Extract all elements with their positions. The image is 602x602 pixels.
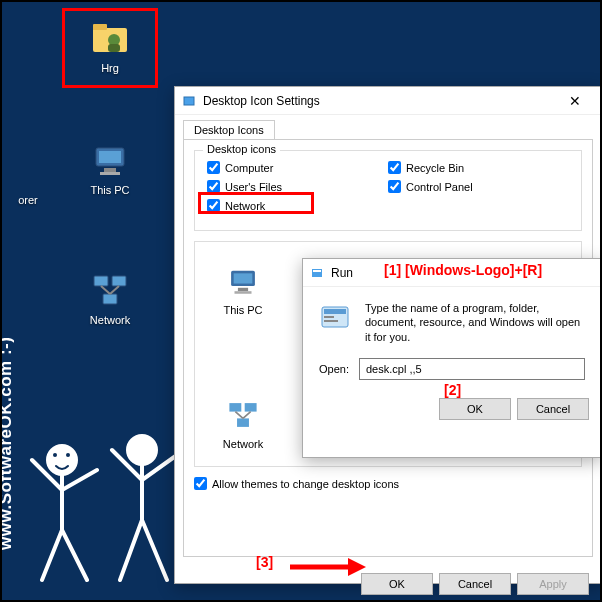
desktop-icon-network[interactable]: Network: [78, 268, 142, 326]
check-computer[interactable]: Computer: [207, 161, 388, 174]
check-network[interactable]: Network: [207, 199, 388, 212]
run-body: Type the name of a program, folder, docu…: [303, 287, 601, 390]
check-label: Allow themes to change desktop icons: [212, 478, 399, 490]
svg-rect-3: [108, 44, 120, 52]
desktop-icon-label: This PC: [78, 184, 142, 196]
ok-button[interactable]: OK: [439, 398, 511, 420]
svg-rect-19: [235, 291, 252, 294]
desktop-icon-hrg[interactable]: Hrg: [78, 16, 142, 74]
desktop-icon-thispc[interactable]: This PC: [78, 138, 142, 196]
run-icon: [309, 265, 325, 281]
svg-rect-17: [234, 273, 253, 283]
run-dialog: Run Type the name of a program, folder, …: [302, 258, 602, 458]
checkbox[interactable]: [207, 180, 220, 193]
run-button-row: OK Cancel: [303, 390, 601, 428]
checkbox[interactable]: [388, 161, 401, 174]
check-label: Computer: [225, 162, 273, 174]
checkbox[interactable]: [388, 180, 401, 193]
check-control-panel[interactable]: Control Panel: [388, 180, 569, 193]
icon-cell-thispc[interactable]: This PC: [213, 262, 273, 316]
dialog-button-row: OK Cancel Apply: [175, 565, 601, 602]
run-large-icon: [319, 301, 353, 338]
svg-rect-15: [184, 97, 194, 105]
svg-point-14: [66, 453, 70, 457]
open-input[interactable]: [359, 358, 585, 380]
svg-point-13: [53, 453, 57, 457]
check-recycle[interactable]: Recycle Bin: [388, 161, 569, 174]
svg-rect-6: [104, 168, 116, 172]
titlebar[interactable]: Desktop Icon Settings ✕: [175, 87, 601, 115]
watermark-text: www.SoftwareOK.com :-): [0, 337, 16, 550]
close-button[interactable]: ✕: [555, 89, 595, 113]
folder-user-icon: [88, 16, 132, 60]
svg-rect-24: [313, 270, 321, 272]
svg-rect-7: [100, 172, 120, 175]
icon-cell-network[interactable]: Network: [213, 396, 273, 450]
svg-rect-22: [237, 418, 249, 427]
cancel-button[interactable]: Cancel: [517, 398, 589, 420]
svg-rect-26: [324, 309, 346, 314]
svg-rect-8: [94, 276, 108, 286]
svg-point-12: [128, 436, 156, 464]
open-label: Open:: [319, 363, 349, 375]
desktop-icons-group: Desktop icons Computer Recycle Bin User'…: [194, 150, 582, 231]
cancel-button[interactable]: Cancel: [439, 573, 511, 595]
svg-rect-5: [99, 151, 121, 163]
desktop-icon-label: orer: [0, 194, 60, 206]
ok-button[interactable]: OK: [361, 573, 433, 595]
check-allow-themes[interactable]: Allow themes to change desktop icons: [194, 477, 582, 490]
pc-icon: [88, 138, 132, 182]
apply-button[interactable]: Apply: [517, 573, 589, 595]
dialog-title: Desktop Icon Settings: [203, 94, 555, 108]
svg-point-11: [48, 446, 76, 474]
check-label: Control Panel: [406, 181, 473, 193]
check-label: Recycle Bin: [406, 162, 464, 174]
svg-rect-20: [229, 403, 241, 412]
svg-rect-1: [93, 24, 107, 30]
icon-cell-label: Network: [223, 438, 263, 450]
checkbox[interactable]: [207, 199, 220, 212]
svg-rect-18: [238, 288, 248, 291]
check-label: User's Files: [225, 181, 282, 193]
checkbox[interactable]: [194, 477, 207, 490]
desktop-icon-label: Hrg: [78, 62, 142, 74]
titlebar[interactable]: Run: [303, 259, 601, 287]
dialog-title: Run: [331, 266, 595, 280]
run-description: Type the name of a program, folder, docu…: [365, 301, 585, 344]
tab-desktop-icons[interactable]: Desktop Icons: [183, 120, 275, 140]
icon-cell-label: This PC: [223, 304, 262, 316]
svg-rect-28: [324, 320, 338, 322]
group-legend: Desktop icons: [203, 143, 280, 155]
explorer-icon: [6, 148, 50, 192]
pc-icon: [224, 262, 262, 300]
svg-rect-27: [324, 316, 334, 318]
desktop-icon-explorer[interactable]: orer: [0, 148, 60, 206]
desktop-icon-label: Network: [78, 314, 142, 326]
svg-rect-9: [112, 276, 126, 286]
window-icon: [181, 93, 197, 109]
network-icon: [88, 268, 132, 312]
check-label: Network: [225, 200, 265, 212]
svg-rect-10: [103, 294, 117, 304]
svg-rect-21: [245, 403, 257, 412]
check-users-files[interactable]: User's Files: [207, 180, 388, 193]
checkbox[interactable]: [207, 161, 220, 174]
network-icon: [224, 396, 262, 434]
tab-strip: Desktop Icons: [175, 115, 601, 139]
